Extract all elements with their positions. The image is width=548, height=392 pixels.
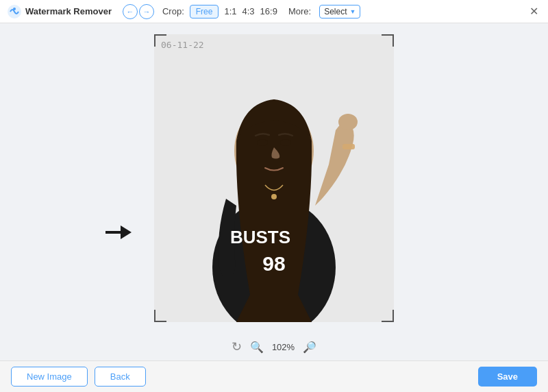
arrow-right-annotation [105,225,132,239]
arrow-right-head [121,225,132,239]
save-button[interactable]: Save [478,367,537,387]
back-button[interactable]: Back [95,367,146,387]
svg-text:BUSTS: BUSTS [230,227,290,247]
footer-right-buttons: Save [478,367,537,387]
new-image-button[interactable]: New Image [11,367,88,387]
zoom-bar: ↻ 🔍 102% 🔎 [0,333,548,360]
crop-label: Crop: [162,6,184,16]
crop-section: Crop: Free 1:1 4:3 16:9 More: Select ▼ [162,5,360,19]
more-label: More: [288,6,311,16]
photo-area[interactable]: BUSTS 98 06-11-22 [154,34,394,322]
close-button[interactable]: ✕ [527,5,541,18]
image-container: BUSTS 98 06-11-22 [154,34,394,322]
app-title: Watermark Remover [25,6,112,16]
svg-point-1 [13,8,16,10]
crop-4-3-button[interactable]: 4:3 [242,6,255,16]
main-content: BUSTS 98 06-11-22 [0,23,548,333]
logo-icon [7,4,22,19]
date-label: 06-11-22 [161,40,204,50]
app-logo: Watermark Remover [7,4,112,19]
reset-zoom-button[interactable]: ↻ [232,339,242,354]
zoom-percent: 102% [272,342,295,352]
svg-point-8 [338,114,358,130]
svg-point-6 [257,139,268,146]
dropdown-arrow-icon: ▼ [350,8,356,15]
nav-arrows: ← → [123,4,154,19]
nav-back-button[interactable]: ← [123,4,138,19]
svg-point-7 [280,139,291,146]
crop-16-9-button[interactable]: 16:9 [260,6,277,16]
person-image: BUSTS 98 [154,34,394,322]
select-dropdown[interactable]: Select ▼ [319,5,360,19]
titlebar: Watermark Remover ← → Crop: Free 1:1 4:3… [0,0,548,23]
footer: New Image Back Save [0,360,548,392]
svg-text:98: 98 [262,252,285,275]
crop-free-button[interactable]: Free [190,5,219,19]
svg-point-12 [271,194,277,199]
footer-left-buttons: New Image Back [11,367,146,387]
arrow-right-body [105,231,121,234]
zoom-in-icon[interactable]: 🔎 [303,341,316,354]
crop-1-1-button[interactable]: 1:1 [224,6,236,16]
svg-rect-11 [342,144,355,149]
zoom-out-icon[interactable]: 🔍 [250,341,264,354]
nav-forward-button[interactable]: → [139,4,154,19]
select-label: Select [324,7,347,16]
